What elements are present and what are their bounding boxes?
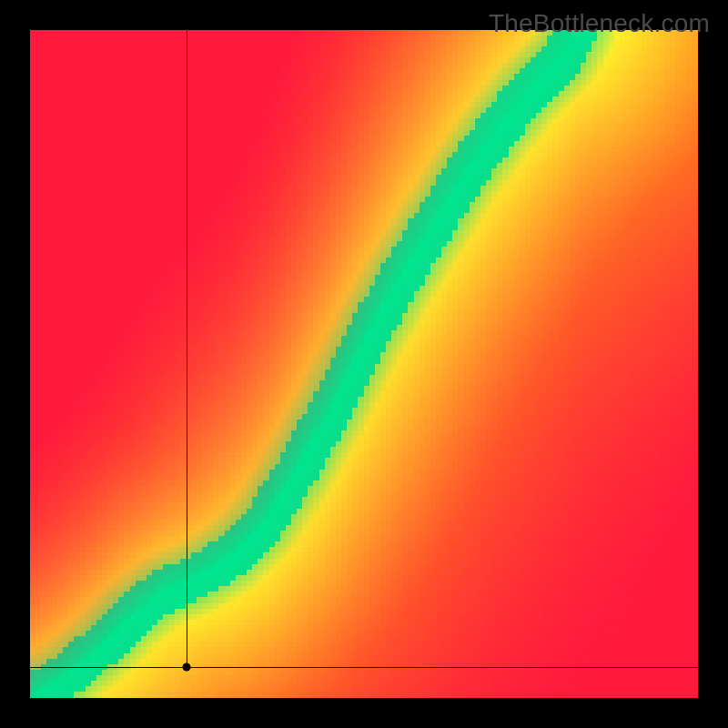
watermark-text: TheBottleneck.com (489, 9, 710, 38)
x-axis-line (30, 667, 698, 668)
heatmap-plot (30, 30, 698, 698)
marker-dot (183, 662, 191, 671)
y-axis-line (187, 30, 187, 667)
heatmap-canvas (30, 30, 698, 698)
